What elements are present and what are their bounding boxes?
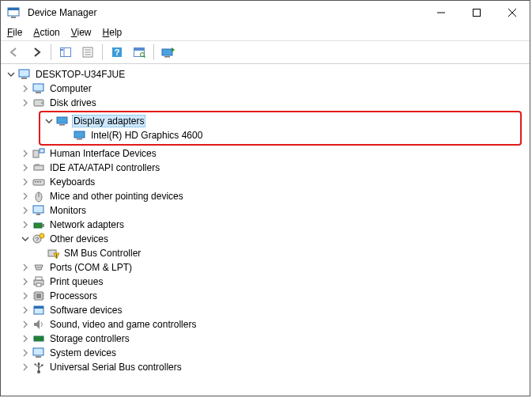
chevron-right-icon[interactable] [20, 319, 31, 330]
menu-action[interactable]: Action [33, 27, 59, 38]
svg-rect-32 [33, 150, 39, 157]
close-button[interactable] [494, 1, 530, 25]
svg-line-19 [144, 56, 145, 58]
device-label: SM Bus Controller [62, 248, 142, 259]
chevron-right-icon[interactable] [20, 148, 31, 159]
category-computer[interactable]: Computer [20, 81, 530, 96]
svg-rect-34 [34, 165, 43, 170]
help-button[interactable]: ? [107, 43, 127, 62]
category-mice[interactable]: Mice and other pointing devices [20, 189, 530, 203]
chevron-right-icon[interactable] [20, 219, 31, 230]
svg-text:!: ! [56, 253, 58, 259]
category-network[interactable]: Network adapters [20, 218, 530, 232]
usb-icon [32, 361, 45, 373]
chevron-down-icon[interactable] [6, 69, 17, 80]
category-ide[interactable]: IDE ATA/ATAPI controllers [20, 161, 530, 175]
svg-rect-22 [19, 70, 29, 77]
category-ports[interactable]: Ports (COM & LPT) [20, 260, 530, 275]
category-label: Mice and other pointing devices [48, 191, 185, 202]
menu-help[interactable]: Help [103, 27, 123, 38]
category-system-devices[interactable]: System devices [20, 346, 530, 360]
svg-rect-58 [36, 277, 42, 280]
processor-icon [32, 290, 45, 302]
svg-rect-44 [33, 206, 43, 213]
category-hid[interactable]: Human Interface Devices [20, 146, 530, 161]
chevron-right-icon[interactable] [20, 276, 31, 287]
category-software-devices[interactable]: Software devices [20, 303, 530, 317]
category-label: Computer [48, 83, 93, 94]
svg-rect-61 [36, 294, 41, 298]
category-sound[interactable]: Sound, video and game controllers [20, 317, 530, 332]
svg-point-55 [38, 267, 40, 268]
svg-rect-29 [59, 124, 65, 126]
svg-text:?: ? [36, 236, 40, 243]
category-display-adapters[interactable]: Display adapters [43, 114, 520, 128]
chevron-right-icon[interactable] [20, 162, 31, 173]
chevron-right-icon[interactable] [20, 290, 31, 301]
menu-view[interactable]: View [71, 27, 92, 38]
printer-icon [32, 275, 45, 288]
svg-point-75 [37, 370, 40, 373]
chevron-right-icon[interactable] [20, 362, 31, 373]
category-label: Network adapters [48, 219, 126, 230]
category-keyboards[interactable]: Keyboards [20, 175, 530, 189]
software-icon [32, 304, 45, 317]
svg-rect-46 [34, 223, 42, 228]
chevron-down-icon[interactable] [20, 233, 31, 244]
disk-icon [32, 97, 45, 109]
root-label: DESKTOP-U34FJUE [34, 69, 126, 80]
svg-rect-23 [21, 78, 27, 79]
device-label: Intel(R) HD Graphics 4600 [89, 130, 204, 141]
svg-point-54 [36, 267, 38, 268]
svg-rect-24 [33, 84, 43, 91]
svg-rect-69 [34, 306, 43, 309]
chevron-right-icon[interactable] [20, 83, 31, 94]
keyboard-icon [32, 176, 45, 188]
toolbar: ? [1, 41, 530, 64]
category-label: System devices [48, 347, 118, 358]
category-storage-controllers[interactable]: Storage controllers [20, 332, 530, 346]
forward-button[interactable] [26, 43, 47, 62]
chevron-down-icon[interactable] [43, 116, 55, 127]
chevron-right-icon[interactable] [20, 97, 31, 108]
svg-rect-40 [37, 181, 39, 183]
device-tree[interactable]: DESKTOP-U34FJUE Computer Disk drives [1, 64, 530, 396]
svg-rect-9 [61, 49, 63, 51]
chevron-right-icon[interactable] [20, 176, 31, 188]
chevron-right-icon[interactable] [20, 262, 31, 273]
category-label: Display adapters [72, 115, 145, 127]
properties-button[interactable] [77, 43, 98, 62]
category-processors[interactable]: Processors [20, 289, 530, 303]
hid-icon [32, 147, 45, 160]
network-icon [32, 218, 45, 231]
menu-file[interactable]: File [7, 27, 22, 38]
svg-rect-77 [35, 364, 36, 366]
device-sm-bus-controller[interactable]: ! SM Bus Controller [34, 246, 530, 260]
display-adapter-icon [56, 115, 69, 127]
category-label: Universal Serial Bus controllers [48, 362, 183, 373]
chevron-right-icon[interactable] [20, 305, 31, 316]
minimize-button[interactable] [423, 1, 458, 25]
category-disk-drives[interactable]: Disk drives [20, 96, 530, 110]
category-monitors[interactable]: Monitors [20, 203, 530, 218]
device-intel-hd-graphics[interactable]: Intel(R) HD Graphics 4600 [61, 128, 520, 142]
back-button[interactable] [4, 43, 25, 62]
chevron-right-icon[interactable] [20, 333, 31, 344]
chevron-right-icon[interactable] [20, 347, 31, 358]
scan-hardware-button[interactable] [129, 43, 149, 62]
update-driver-button[interactable] [158, 43, 179, 62]
svg-rect-21 [164, 56, 170, 58]
svg-rect-45 [36, 214, 40, 215]
maximize-button[interactable] [458, 1, 494, 25]
svg-rect-72 [33, 348, 43, 355]
device-manager-window: Device Manager File Action View Help [0, 0, 530, 396]
root-node[interactable]: DESKTOP-U34FJUE [6, 67, 530, 81]
chevron-right-icon[interactable] [20, 205, 31, 216]
category-other-devices[interactable]: ? Other devices [20, 232, 530, 246]
category-usb[interactable]: Universal Serial Bus controllers [20, 360, 530, 374]
category-label: Sound, video and game controllers [48, 319, 198, 330]
category-print-queues[interactable]: Print queues [20, 275, 530, 289]
chevron-right-icon[interactable] [20, 191, 31, 202]
show-hide-tree-button[interactable] [55, 43, 76, 62]
svg-rect-25 [36, 92, 41, 93]
